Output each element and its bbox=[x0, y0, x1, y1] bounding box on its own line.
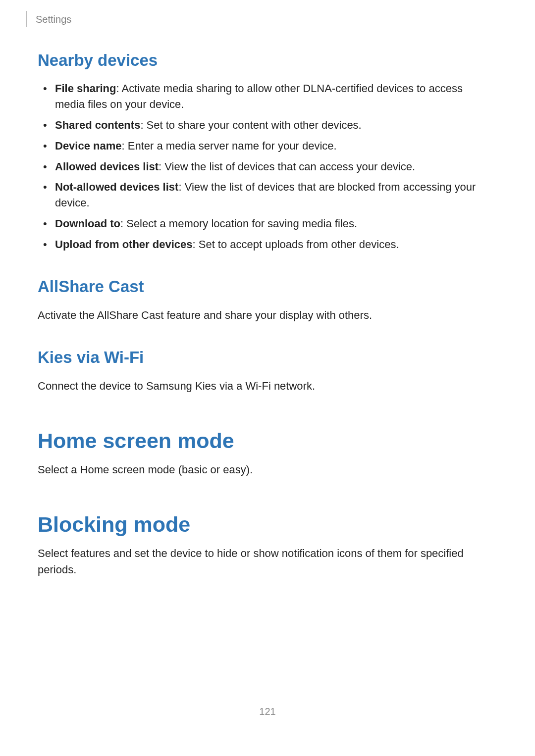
blocking-mode-body: Select features and set the device to hi… bbox=[38, 545, 493, 578]
item-label: File sharing bbox=[55, 82, 116, 95]
list-item: Download to: Select a memory location fo… bbox=[55, 216, 493, 232]
item-desc: : Select a memory location for saving me… bbox=[120, 217, 357, 230]
nearby-devices-list: File sharing: Activate media sharing to … bbox=[38, 81, 493, 252]
list-item: Allowed devices list: View the list of d… bbox=[55, 159, 493, 175]
heading-nearby-devices: Nearby devices bbox=[38, 51, 493, 70]
item-label: Allowed devices list bbox=[55, 160, 159, 173]
list-item: Upload from other devices: Set to accept… bbox=[55, 237, 493, 252]
item-label: Not-allowed devices list bbox=[55, 181, 178, 193]
list-item: File sharing: Activate media sharing to … bbox=[55, 81, 493, 112]
list-item: Not-allowed devices list: View the list … bbox=[55, 179, 493, 211]
allshare-cast-body: Activate the AllShare Cast feature and s… bbox=[38, 307, 493, 323]
item-label: Shared contents bbox=[55, 119, 140, 131]
breadcrumb: Settings bbox=[36, 14, 71, 25]
item-desc: : Activate media sharing to allow other … bbox=[55, 82, 463, 110]
list-item: Device name: Enter a media server name f… bbox=[55, 138, 493, 154]
kies-body: Connect the device to Samsung Kies via a… bbox=[38, 378, 493, 394]
item-desc: : Set to accept uploads from other devic… bbox=[193, 238, 399, 251]
list-item: Shared contents: Set to share your conte… bbox=[55, 117, 493, 133]
item-desc: : Enter a media server name for your dev… bbox=[122, 140, 337, 152]
page-number: 121 bbox=[0, 706, 535, 717]
heading-blocking-mode: Blocking mode bbox=[38, 512, 493, 537]
item-label: Upload from other devices bbox=[55, 238, 193, 251]
item-label: Download to bbox=[55, 217, 120, 230]
page-content: Nearby devices File sharing: Activate me… bbox=[38, 51, 493, 582]
home-screen-body: Select a Home screen mode (basic or easy… bbox=[38, 461, 493, 478]
heading-kies: Kies via Wi-Fi bbox=[38, 348, 493, 367]
item-desc: : View the list of devices that can acce… bbox=[159, 160, 415, 173]
heading-home-screen-mode: Home screen mode bbox=[38, 429, 493, 453]
item-label: Device name bbox=[55, 140, 122, 152]
item-desc: : Set to share your content with other d… bbox=[140, 119, 361, 131]
header-divider bbox=[26, 11, 27, 27]
heading-allshare-cast: AllShare Cast bbox=[38, 277, 493, 296]
